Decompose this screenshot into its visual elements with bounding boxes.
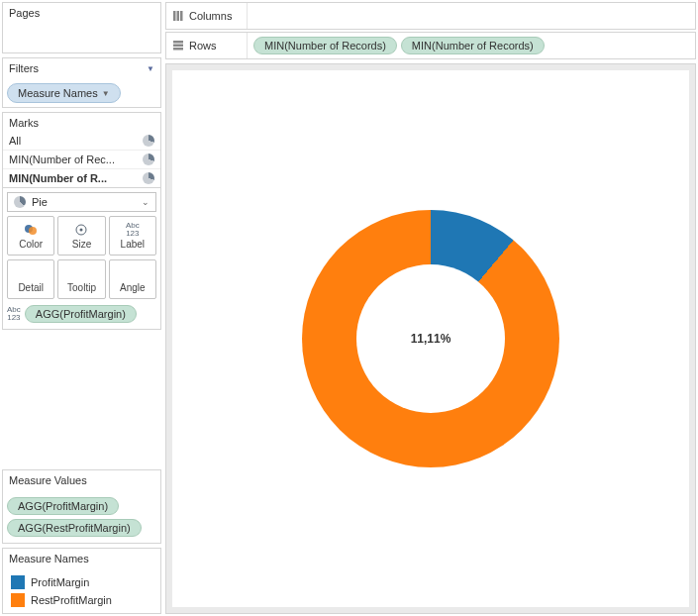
pages-title: Pages [9, 7, 40, 19]
filters-body: Measure Names ▼ [3, 79, 160, 107]
pie-icon [143, 154, 154, 165]
left-pane: Pages Filters ▼ Measure Names ▼ Marks Al… [0, 0, 163, 616]
svg-point-1 [29, 227, 37, 235]
measure-names-body: ProfitMargin RestProfitMargin [3, 569, 160, 613]
pie-icon [14, 196, 26, 208]
size-button[interactable]: Size [57, 216, 105, 256]
color-label: Color [19, 239, 43, 250]
legend-item-profitmargin[interactable]: ProfitMargin [7, 573, 156, 591]
measure-values-header: Measure Values [3, 470, 160, 491]
label-pill-row: Abc123 AGG(ProfitMargin) [7, 303, 156, 325]
svg-rect-4 [173, 11, 176, 21]
marks-panel: Marks All MIN(Number of Rec... MIN(Numbe… [2, 112, 161, 330]
marks-row-label: MIN(Number of R... [9, 172, 107, 184]
marks-body: Pie ⌄ Color Size Abc123 [3, 187, 160, 329]
svg-point-3 [80, 228, 83, 231]
tooltip-label: Tooltip [67, 282, 96, 293]
measure-value-pill-2[interactable]: AGG(RestProfitMargin) [7, 519, 142, 537]
filters-header: Filters ▼ [3, 58, 160, 79]
rows-pill-1[interactable]: MIN(Number of Records) [253, 37, 397, 54]
color-button[interactable]: Color [7, 216, 54, 256]
pages-header: Pages [3, 3, 160, 24]
filter-pill-measure-names[interactable]: Measure Names ▼ [7, 83, 121, 103]
rows-icon [172, 40, 184, 51]
label-button[interactable]: Abc123 Label [109, 216, 156, 256]
rows-shelf-content[interactable]: MIN(Number of Records) MIN(Number of Rec… [248, 33, 695, 58]
legend-item-restprofitmargin[interactable]: RestProfitMargin [7, 591, 156, 609]
legend-swatch [11, 575, 25, 589]
mark-type-label: Pie [32, 196, 48, 208]
measure-values-body: AGG(ProfitMargin) AGG(RestProfitMargin) [3, 491, 160, 543]
spacer [2, 334, 161, 465]
color-icon [24, 223, 38, 237]
filters-panel: Filters ▼ Measure Names ▼ [2, 57, 161, 108]
viz-canvas[interactable]: 11,11% [172, 70, 689, 607]
filters-dropdown-caret[interactable]: ▼ [147, 64, 154, 73]
donut-hole: 11,11% [356, 264, 505, 413]
marks-cards-list: All MIN(Number of Rec... MIN(Number of R… [3, 132, 160, 187]
angle-button[interactable]: Angle [109, 259, 156, 299]
size-icon [74, 223, 88, 237]
tooltip-button[interactable]: Tooltip [57, 259, 105, 299]
angle-label: Angle [120, 282, 146, 293]
legend-label: RestProfitMargin [31, 594, 112, 606]
marks-title: Marks [9, 117, 39, 129]
pie-icon [143, 172, 154, 184]
svg-rect-6 [180, 11, 183, 21]
svg-rect-9 [173, 48, 183, 51]
marks-row-min1[interactable]: MIN(Number of Rec... [3, 150, 160, 168]
columns-icon [172, 10, 184, 22]
mark-buttons-row2: Detail Tooltip Angle [7, 259, 156, 299]
measure-names-panel: Measure Names ProfitMargin RestProfitMar… [2, 548, 161, 614]
columns-shelf-label: Columns [166, 3, 248, 29]
columns-label-text: Columns [189, 10, 232, 22]
filters-title: Filters [9, 62, 39, 74]
donut-center-label: 11,11% [411, 332, 451, 346]
pages-panel: Pages [2, 2, 161, 53]
legend-label: ProfitMargin [31, 576, 89, 588]
rows-shelf[interactable]: Rows MIN(Number of Records) MIN(Number o… [165, 32, 696, 59]
label-icon: Abc123 [7, 306, 21, 322]
measure-values-panel: Measure Values AGG(ProfitMargin) AGG(Res… [2, 469, 161, 544]
measure-names-header: Measure Names [3, 549, 160, 569]
measure-value-pill-1[interactable]: AGG(ProfitMargin) [7, 497, 119, 515]
label-pill-agg-profitmargin[interactable]: AGG(ProfitMargin) [25, 305, 137, 323]
legend-swatch [11, 593, 25, 607]
chevron-down-icon: ⌄ [142, 197, 150, 207]
columns-shelf[interactable]: Columns [165, 2, 696, 30]
svg-rect-7 [173, 41, 183, 44]
viz-area: 11,11% [165, 63, 696, 614]
label-label: Label [121, 239, 145, 250]
rows-label-text: Rows [189, 40, 217, 51]
pie-icon [143, 135, 154, 147]
size-label: Size [72, 239, 91, 250]
label-icon: Abc123 [126, 223, 140, 237]
marks-row-label: All [9, 135, 21, 147]
marks-row-label: MIN(Number of Rec... [9, 154, 115, 165]
measure-values-title: Measure Values [9, 474, 87, 486]
rows-pill-2[interactable]: MIN(Number of Records) [401, 37, 545, 54]
marks-row-min2[interactable]: MIN(Number of R... [3, 168, 160, 187]
svg-rect-8 [173, 45, 183, 48]
right-pane: Columns Rows MIN(Number of Records) MIN(… [163, 0, 698, 616]
mark-buttons-row1: Color Size Abc123 Label [7, 216, 156, 256]
chevron-down-icon: ▼ [102, 89, 110, 98]
measure-names-title: Measure Names [9, 553, 89, 565]
detail-label: Detail [18, 282, 44, 293]
columns-shelf-content[interactable] [248, 3, 695, 29]
detail-button[interactable]: Detail [7, 259, 54, 299]
svg-rect-5 [177, 11, 180, 21]
rows-shelf-label: Rows [166, 33, 248, 58]
marks-row-all[interactable]: All [3, 132, 160, 150]
marks-header: Marks [3, 113, 160, 132]
mark-type-select[interactable]: Pie ⌄ [7, 192, 156, 212]
filter-pill-label: Measure Names [18, 87, 98, 99]
donut-chart: 11,11% [302, 210, 559, 467]
